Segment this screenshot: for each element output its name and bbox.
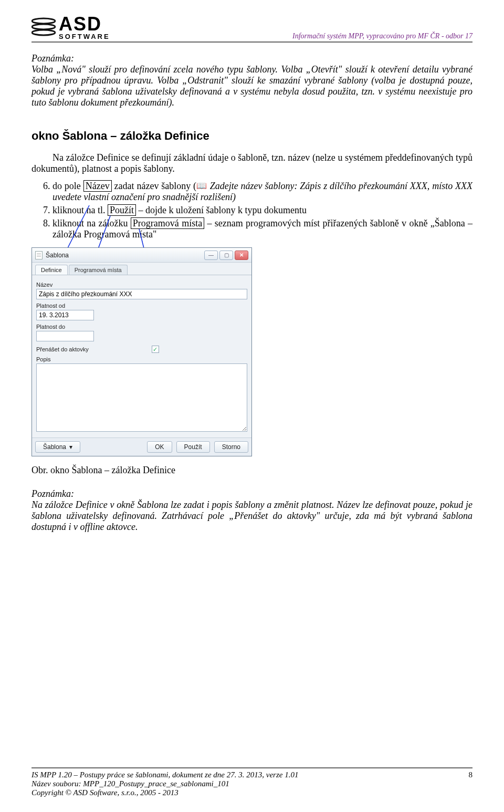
- steps-list: do pole Název zadat název šablony (📖 Zad…: [52, 181, 472, 240]
- footer-line-3: Copyright © ASD Software, s.r.o., 2005 -…: [32, 788, 298, 797]
- page-header: ASD SOFTWARE Informační systém MPP, vypr…: [32, 16, 472, 43]
- label-platnost-do: Platnost do: [36, 324, 247, 330]
- tab-definice[interactable]: Definice: [35, 265, 68, 275]
- storno-button[interactable]: Storno: [214, 441, 248, 453]
- page-footer: IS MPP 1.20 – Postupy práce se šablonami…: [32, 767, 472, 797]
- text: zadat název šablony (: [112, 181, 196, 191]
- prenaset-checkbox[interactable]: ✓: [152, 346, 159, 353]
- chevron-down-icon: ▾: [69, 443, 72, 451]
- label-prenaset: Přenášet do aktovky: [36, 346, 89, 352]
- text: kliknout na tl.: [52, 205, 108, 215]
- svg-point-0: [32, 18, 55, 24]
- button-label: Šablona: [43, 443, 66, 451]
- header-right-text: Informační systém MPP, vypracováno pro M…: [292, 32, 472, 40]
- ok-button[interactable]: OK: [147, 441, 172, 453]
- logo-stripes-icon: [32, 16, 56, 40]
- footer-line-1: IS MPP 1.20 – Postupy práce se šablonami…: [32, 771, 298, 779]
- logo-software: SOFTWARE: [59, 33, 110, 40]
- note-body: Na záložce Definice v okně Šablona lze z…: [32, 499, 472, 532]
- step-8: kliknout na záložku Programová místa – s…: [52, 218, 472, 240]
- figure-caption: Obr. okno Šablona – záložka Definice: [32, 465, 472, 476]
- window-sablona: Šablona — ▢ ✕ Definice Programová místa …: [32, 247, 252, 456]
- text: – dojde k uložení šablony k typu dokumen…: [136, 205, 307, 215]
- close-button[interactable]: ✕: [235, 251, 248, 260]
- note-1: Poznámka: Volba „Nová" slouží pro defino…: [32, 53, 472, 108]
- label-popis: Popis: [36, 356, 247, 362]
- label-platnost-od: Platnost od: [36, 303, 247, 309]
- note-label: Poznámka:: [32, 488, 74, 499]
- text: do pole: [52, 181, 83, 191]
- page-number: 8: [469, 771, 473, 779]
- tabs: Definice Programová místa: [32, 263, 251, 275]
- platnost-od-input[interactable]: [36, 310, 94, 320]
- note-2: Poznámka: Na záložce Definice v okně Šab…: [32, 488, 472, 533]
- document-icon: [35, 251, 43, 259]
- maximize-button[interactable]: ▢: [219, 251, 233, 260]
- footer-left: IS MPP 1.20 – Postupy práce se šablonami…: [32, 771, 298, 797]
- section-intro: Na záložce Definice se definují základní…: [32, 152, 472, 174]
- nazev-input[interactable]: [36, 289, 247, 299]
- note-body: Volba „Nová" slouží pro definování zcela…: [32, 64, 472, 108]
- titlebar: Šablona — ▢ ✕: [32, 248, 251, 263]
- note-label: Poznámka:: [32, 53, 74, 64]
- minimize-button[interactable]: —: [204, 251, 218, 260]
- step-7: kliknout na tl. Použít – dojde k uložení…: [52, 205, 472, 216]
- pouzit-button[interactable]: Použít: [176, 441, 210, 453]
- svg-point-2: [32, 30, 55, 35]
- text: kliknout na záložku: [52, 218, 131, 228]
- book-icon: 📖: [196, 181, 207, 190]
- sablona-dropdown-button[interactable]: Šablona ▾: [35, 441, 80, 453]
- platnost-do-input[interactable]: [36, 331, 94, 341]
- boxed-prog-mista: Programová místa: [131, 217, 204, 229]
- boxed-nazev: Název: [83, 180, 112, 192]
- logo-asd: ASD: [59, 16, 110, 33]
- popis-textarea[interactable]: [36, 363, 247, 432]
- step-6: do pole Název zadat název šablony (📖 Zad…: [52, 181, 472, 203]
- svg-point-1: [32, 24, 55, 29]
- form-area: Název Platnost od Platnost do Přenášet d…: [32, 275, 251, 438]
- logo-text: ASD SOFTWARE: [59, 16, 110, 40]
- section-title: okno Šablona – záložka Definice: [32, 129, 472, 143]
- window-title: Šablona: [46, 252, 69, 259]
- logo: ASD SOFTWARE: [32, 16, 110, 40]
- footer-line-2: Název souboru: MPP_120_Postupy_prace_se_…: [32, 779, 298, 788]
- tab-programova-mista[interactable]: Programová místa: [69, 265, 128, 275]
- boxed-pouzit: Použít: [108, 204, 136, 216]
- button-bar: Šablona ▾ OK Použít Storno: [32, 438, 251, 456]
- label-nazev: Název: [36, 282, 247, 288]
